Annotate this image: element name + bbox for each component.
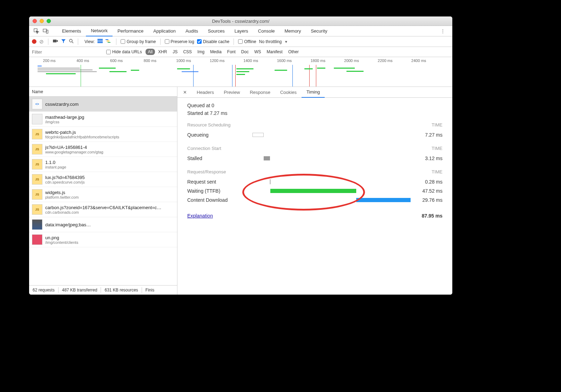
filter-type-all[interactable]: All [146, 49, 155, 55]
request-name: js?id=UA-1856861-4 [45, 145, 103, 150]
request-row[interactable]: <>csswizardry.com [29, 97, 177, 112]
filter-type-other[interactable]: Other [286, 49, 301, 55]
file-type-icon: JS [32, 204, 42, 215]
tab-sources[interactable]: Sources [203, 26, 230, 36]
search-icon[interactable] [69, 39, 74, 44]
overview-tick: 1600 ms [277, 59, 292, 63]
record-icon[interactable] [32, 39, 36, 44]
explanation-link[interactable]: Explanation [187, 213, 213, 219]
timing-time-header: TIME [432, 122, 442, 128]
request-name: 1.1.0 [45, 160, 66, 165]
timing-bar [356, 198, 410, 202]
tab-console[interactable]: Console [253, 26, 280, 36]
filter-type-doc[interactable]: Doc [239, 49, 251, 55]
preserve-log-checkbox[interactable]: Preserve log [165, 39, 194, 44]
inspect-element-icon[interactable] [32, 27, 41, 36]
timing-label: Waiting (TTFB) [187, 188, 252, 194]
device-toolbar-icon[interactable] [41, 27, 50, 36]
timing-label: Queueing [187, 132, 252, 138]
started-at: Started at 7.27 ms [187, 110, 442, 116]
waterfall-icon[interactable] [106, 39, 112, 44]
minimize-window-icon[interactable] [40, 19, 44, 23]
detail-tab-preview[interactable]: Preview [219, 87, 245, 98]
screenshots-icon[interactable] [53, 39, 58, 44]
group-by-frame-checkbox[interactable]: Group by frame [121, 39, 156, 44]
tab-security[interactable]: Security [306, 26, 332, 36]
request-row[interactable]: un.png/img/content/clients [29, 232, 177, 247]
timing-label: Content Download [187, 197, 252, 203]
disable-cache-checkbox[interactable]: Disable cache [197, 39, 229, 44]
request-name: webrtc-patch.js [45, 130, 119, 135]
close-detail-icon[interactable]: ✕ [180, 90, 190, 95]
status-requests: 62 requests [29, 288, 58, 293]
request-row[interactable]: JSjs?id=UA-1856861-4www.googletagmanager… [29, 142, 177, 157]
filter-type-font[interactable]: Font [225, 49, 238, 55]
detail-tab-timing[interactable]: Timing [302, 87, 325, 98]
request-name: un.png [45, 235, 78, 240]
filter-type-manifest[interactable]: Manifest [264, 49, 285, 55]
filter-type-js[interactable]: JS [170, 49, 180, 55]
request-path: cdn.carbonads.com [45, 210, 161, 214]
tab-application[interactable]: Application [148, 26, 181, 36]
filter-type-ws[interactable]: WS [252, 49, 263, 55]
tab-elements[interactable]: Elements [57, 26, 86, 36]
tab-audits[interactable]: Audits [181, 26, 203, 36]
timing-section-title: Connection Start [187, 146, 221, 151]
large-rows-icon[interactable] [97, 39, 103, 44]
request-row[interactable]: masthead-large.jpg/img/css [29, 112, 177, 127]
tab-memory[interactable]: Memory [280, 26, 306, 36]
requests-list[interactable]: <>csswizardry.commasthead-large.jpg/img/… [29, 97, 177, 285]
detail-tab-response[interactable]: Response [245, 87, 275, 98]
file-type-icon: JS [32, 174, 42, 185]
tab-performance[interactable]: Performance [113, 26, 148, 36]
overview-tick: 400 ms [76, 59, 89, 63]
timing-bar [270, 179, 270, 184]
overview-tick: 1400 ms [243, 59, 258, 63]
detail-tab-headers[interactable]: Headers [192, 87, 219, 98]
clear-icon[interactable]: ⊘ [39, 39, 44, 45]
offline-checkbox[interactable]: Offline [238, 39, 256, 44]
detail-tab-cookies[interactable]: Cookies [275, 87, 302, 98]
filter-type-img[interactable]: Img [195, 49, 207, 55]
filter-type-css[interactable]: CSS [181, 49, 194, 55]
request-row[interactable]: JScarbon.js?zoneid=1673&serve=C6AILKT&pl… [29, 202, 177, 217]
request-row[interactable]: JS1.1.0instant.page [29, 157, 177, 172]
file-type-icon: <> [32, 99, 42, 109]
request-row[interactable]: JSwebrtc-patch.jsfdcgdnkidjaadafnichfpab… [29, 127, 177, 142]
request-path: www.googletagmanager.com/gtag [45, 150, 103, 154]
request-name: data:image/jpeg;bas… [45, 222, 91, 227]
filter-type-media[interactable]: Media [208, 49, 224, 55]
request-row[interactable]: JSwidgets.jsplatform.twitter.com [29, 187, 177, 202]
throttling-select[interactable]: No throttling [259, 39, 282, 44]
filter-type-xhr[interactable]: XHR [156, 49, 169, 55]
timing-value: 47.52 ms [412, 188, 442, 194]
more-tabs-icon[interactable]: ⋮ [437, 28, 450, 34]
overview-tick: 1800 ms [311, 59, 325, 63]
zoom-window-icon[interactable] [47, 19, 51, 23]
hide-data-urls-checkbox[interactable]: Hide data URLs [106, 49, 142, 54]
detail-tabs: ✕ HeadersPreviewResponseCookiesTiming [177, 87, 452, 98]
close-window-icon[interactable] [33, 19, 37, 23]
file-type-icon [32, 114, 42, 124]
tab-network[interactable]: Network [86, 26, 113, 36]
filter-bar: Hide data URLs AllXHRJSCSSImgMediaFontDo… [29, 47, 452, 57]
view-label: View: [85, 39, 95, 44]
file-type-icon: JS [32, 129, 42, 139]
status-finish: Finis [142, 288, 158, 293]
request-row[interactable]: JSlux.js?id=47684395cdn.speedcurve.com/j… [29, 172, 177, 187]
filter-toggle-icon[interactable] [61, 39, 66, 44]
tab-layers[interactable]: Layers [230, 26, 253, 36]
window-controls [29, 19, 51, 23]
svg-line-5 [72, 42, 73, 43]
timing-bar [264, 156, 270, 160]
name-column-header[interactable]: Name [29, 87, 177, 97]
timeline-overview[interactable]: 200 ms400 ms600 ms800 ms1000 ms1200 ms14… [29, 57, 452, 87]
chevron-down-icon[interactable]: ▾ [285, 39, 287, 44]
timing-total: 87.95 ms [422, 213, 442, 219]
svg-rect-3 [53, 40, 56, 42]
main-tabs: ElementsNetworkPerformanceApplicationAud… [29, 26, 452, 36]
file-type-icon: JS [32, 189, 42, 200]
requests-pane: Name <>csswizardry.commasthead-large.jpg… [29, 87, 177, 295]
request-row[interactable]: data:image/jpeg;bas… [29, 217, 177, 232]
filter-input[interactable] [32, 49, 102, 55]
